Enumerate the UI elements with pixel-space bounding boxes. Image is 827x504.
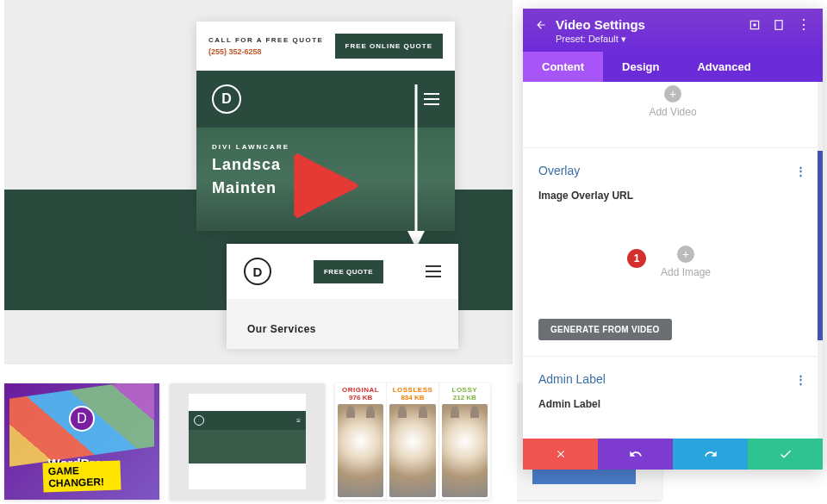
- add-video-label: Add Video: [649, 106, 696, 118]
- thumb3-col1-size: 976 KB: [335, 394, 386, 401]
- preset-label[interactable]: Preset: Default: [556, 34, 619, 44]
- thumbnail-1[interactable]: D WordPress GAME CHANGER!: [4, 383, 159, 500]
- add-image-label: Add Image: [661, 266, 711, 278]
- expand-icon[interactable]: [749, 19, 761, 31]
- divi-logo: D: [212, 84, 241, 114]
- settings-tabs: Content Design Advanced: [523, 52, 823, 82]
- scrollbar-thumb[interactable]: [818, 151, 823, 340]
- thumb3-col3-size: 212 KB: [439, 394, 490, 401]
- overlay-url-label: Image Overlay URL: [523, 177, 823, 207]
- annotation-arrow-icon: [403, 84, 429, 248]
- divi-logo-thumb: D: [69, 406, 95, 432]
- plus-icon[interactable]: +: [677, 246, 694, 263]
- responsive-icon[interactable]: [773, 19, 785, 31]
- thumbnail-3[interactable]: ORIGINAL 976 KB LOSSLESS 834 KB LOSSY 21…: [335, 383, 490, 500]
- thumb3-col2-label: LOSSLESS: [387, 383, 438, 394]
- video-settings-panel: Video Settings ⋮ Preset: Default ▾ Conte…: [523, 9, 823, 470]
- call-label: CALL FOR A FREE QUOTE: [208, 36, 323, 44]
- settings-footer: [523, 439, 823, 470]
- play-icon[interactable]: [284, 145, 366, 227]
- free-quote-button[interactable]: FREE ONLINE QUOTE: [335, 34, 443, 59]
- redo-icon: [704, 447, 718, 461]
- admin-label-field-label: Admin Label: [523, 386, 823, 415]
- video-preview-canvas: CALL FOR A FREE QUOTE (255) 352-6258 FRE…: [4, 0, 513, 364]
- thumb3-col1-label: ORIGINAL: [335, 383, 386, 394]
- thumb3-col2-size: 834 KB: [387, 394, 438, 401]
- admin-label-section-title[interactable]: Admin Label: [538, 372, 606, 386]
- add-image-placeholder[interactable]: 1 + Add Image: [535, 212, 811, 312]
- phone-number: (255) 352-6258: [208, 47, 323, 56]
- overlay-section-title[interactable]: Overlay: [538, 164, 580, 177]
- generate-from-video-button[interactable]: GENERATE FROM VIDEO: [538, 319, 672, 340]
- thumb1-line2: GAME CHANGER!: [42, 460, 121, 492]
- undo-icon: [629, 447, 643, 461]
- add-video-placeholder[interactable]: + Add Video: [523, 82, 823, 132]
- undo-button[interactable]: [598, 439, 673, 470]
- settings-title: Video Settings: [556, 17, 740, 32]
- tab-content[interactable]: Content: [523, 52, 603, 82]
- svg-point-4: [754, 23, 755, 25]
- free-quote-button-small[interactable]: FREE QUOTE: [314, 260, 383, 283]
- thumbnail-2[interactable]: ≡: [170, 383, 325, 500]
- cat-image-lossless: [389, 404, 435, 497]
- chevron-down-icon[interactable]: ▾: [621, 34, 626, 44]
- admin-label-section-menu-icon[interactable]: ⋮: [795, 373, 807, 386]
- kebab-menu-icon[interactable]: ⋮: [797, 21, 811, 29]
- cancel-button[interactable]: [523, 439, 598, 470]
- hamburger-icon-dark[interactable]: [426, 265, 441, 277]
- phone-mockup-secondary: D FREE QUOTE Our Services: [227, 244, 458, 349]
- thumbnail-row: D WordPress GAME CHANGER! ≡ ORIGINAL 976…: [0, 383, 517, 500]
- close-icon: [555, 448, 567, 460]
- divi-logo-dark: D: [244, 258, 271, 285]
- thumb3-col3-label: LOSSY: [439, 383, 490, 394]
- cat-image-lossy: [442, 404, 488, 497]
- back-arrow-icon[interactable]: [535, 19, 547, 31]
- services-heading: Our Services: [247, 323, 438, 335]
- svg-rect-5: [775, 20, 782, 29]
- check-icon: [779, 447, 793, 461]
- save-button[interactable]: [748, 439, 823, 470]
- plus-icon[interactable]: +: [664, 85, 681, 103]
- overlay-section-menu-icon[interactable]: ⋮: [795, 165, 807, 177]
- annotation-marker-1: 1: [627, 249, 646, 268]
- redo-button[interactable]: [673, 439, 748, 470]
- settings-body[interactable]: + Add Video Overlay ⋮ Image Overlay URL …: [523, 82, 823, 439]
- tab-advanced[interactable]: Advanced: [678, 52, 769, 82]
- cat-image-original: [338, 404, 383, 497]
- tab-design[interactable]: Design: [603, 52, 678, 82]
- settings-header[interactable]: Video Settings ⋮ Preset: Default ▾: [523, 9, 823, 52]
